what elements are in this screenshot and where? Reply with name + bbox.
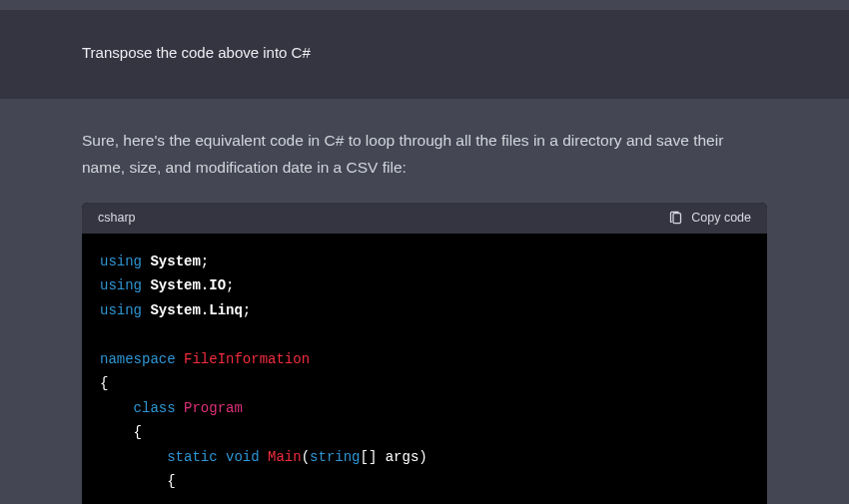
user-message-row: Transpose the code above into C# (0, 10, 849, 99)
code-token-using: using (100, 277, 142, 293)
user-message-text: Transpose the code above into C# (82, 42, 767, 65)
copy-code-label: Copy code (691, 211, 751, 225)
code-token-class: class (134, 400, 176, 416)
clipboard-icon (668, 211, 683, 226)
copy-code-button[interactable]: Copy code (668, 211, 751, 226)
code-token-system: System (150, 253, 200, 269)
code-token-namespace-name: FileInformation (184, 351, 310, 367)
code-token-using: using (100, 302, 142, 318)
code-token-lbrace: { (100, 375, 108, 391)
code-block: csharp Copy code using System; using Sys… (82, 203, 767, 504)
assistant-message-row: Sure, here's the equivalent code in C# t… (0, 99, 849, 505)
previous-message-edge (0, 0, 849, 10)
code-token-using: using (100, 253, 142, 269)
assistant-intro-text: Sure, here's the equivalent code in C# t… (82, 127, 767, 181)
code-language-label: csharp (98, 211, 136, 225)
code-token-namespace: namespace (100, 351, 176, 367)
code-token-brackets: [] (361, 449, 378, 465)
code-token-string: string (310, 449, 360, 465)
code-block-header: csharp Copy code (82, 203, 767, 234)
code-token-lparen: ( (302, 449, 310, 465)
code-token-lbrace: { (134, 424, 142, 440)
code-token-rparen: ) (419, 449, 426, 465)
code-token-static: static (167, 449, 217, 465)
code-token-lbrace: { (167, 473, 175, 489)
code-token-class-name: Program (184, 400, 243, 416)
code-token-system-linq: System.Linq (150, 302, 242, 318)
code-token-method: Main (268, 449, 302, 465)
code-token-void: void (226, 449, 260, 465)
svg-rect-0 (673, 213, 681, 223)
code-token-system-io: System.IO (150, 277, 226, 293)
code-content: using System; using System.IO; using Sys… (82, 234, 767, 504)
code-token-args: args (386, 449, 420, 465)
